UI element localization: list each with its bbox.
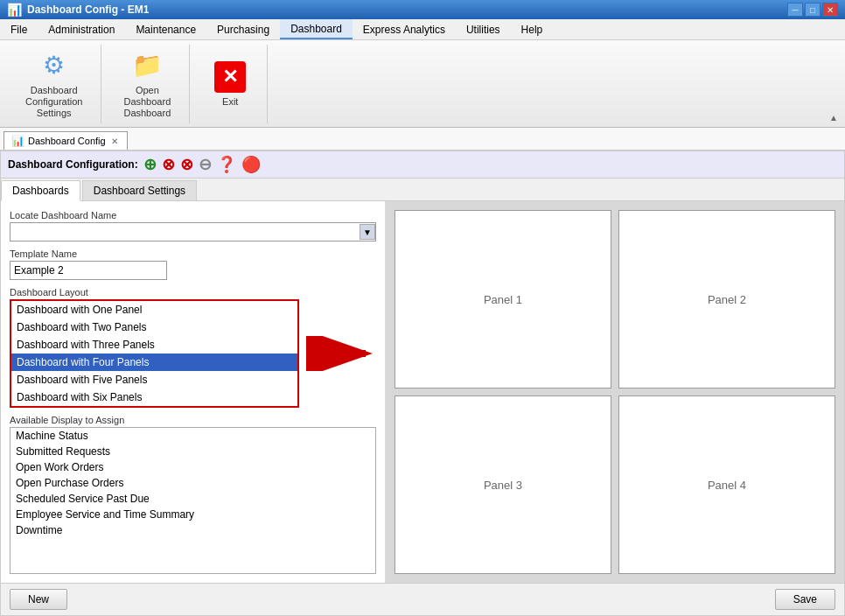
layout-item-six[interactable]: Dashboard with Six Panels [11,388,297,406]
locate-dashboard-dropdown-arrow[interactable]: ▼ [360,224,375,240]
menu-item-maintenance[interactable]: Maintenance [125,19,206,39]
avail-item-open-work-orders[interactable]: Open Work Orders [10,459,375,475]
exit-icon: ✕ [213,60,248,94]
minus-icon[interactable]: ⊖ [199,155,212,174]
avail-item-employee-service[interactable]: Employee Service and Time Summary [10,507,375,522]
menu-item-dashboard[interactable]: Dashboard [280,19,353,39]
tab-dashboards[interactable]: Dashboards [1,180,80,201]
window-controls: ─ □ ✕ [787,3,838,17]
close-button[interactable]: ✕ [822,3,838,17]
ribbon-group-open: 📁 OpenDashboardDashboard [105,45,190,123]
layout-item-four[interactable]: Dashboard with Four Panels [11,354,297,371]
tab-dashboard-settings[interactable]: Dashboard Settings [82,180,197,200]
panel-3-label: Panel 3 [484,479,522,492]
maximize-button[interactable]: □ [805,3,821,17]
ribbon: ⚙ DashboardConfigurationSettings 📁 OpenD… [0,40,845,128]
menu-bar: FileAdministrationMaintenancePurchasingD… [0,19,845,40]
open-dashboard-label: OpenDashboardDashboard [123,85,171,120]
title-icon: 📊 [7,3,22,17]
menu-item-utilities[interactable]: Utilities [456,19,511,39]
doc-tab-dashboard-config[interactable]: 📊 Dashboard Config ✕ [3,131,128,150]
layout-item-two[interactable]: Dashboard with Two Panels [11,318,297,336]
panel-1: Panel 1 [395,210,611,388]
window-title: Dashboard Config - EM1 [27,4,149,16]
layout-item-five[interactable]: Dashboard with Five Panels [11,371,297,388]
layout-list: Dashboard with One Panel Dashboard with … [10,299,299,408]
title-bar: 📊 Dashboard Config - EM1 ─ □ ✕ [0,0,845,19]
avail-item-submitted-requests[interactable]: Submitted Requests [10,444,375,459]
cancel-icon[interactable]: ⊗ [162,155,175,174]
left-panel: Locate Dashboard Name ▼ Template Name Da… [1,201,386,583]
save-button[interactable]: Save [775,589,835,610]
minimize-button[interactable]: ─ [787,3,803,17]
ribbon-group-dashboard: ⚙ DashboardConfigurationSettings [7,45,101,123]
layout-item-one[interactable]: Dashboard with One Panel [11,301,297,318]
tab-area: 📊 Dashboard Config ✕ [0,128,845,150]
bottom-bar: New Save [1,583,844,615]
dashboard-layout-section: Dashboard Layout Dashboard with One Pane… [10,287,376,408]
panel-1-label: Panel 1 [484,293,522,306]
panel-4: Panel 4 [618,396,835,574]
template-name-label: Template Name [10,248,376,259]
doc-tab-label: Dashboard Config [28,136,106,146]
panel-2: Panel 2 [618,210,835,388]
panel-3: Panel 3 [395,396,611,574]
exit-button[interactable]: ✕ Exit [204,55,256,112]
layout-item-three[interactable]: Dashboard with Three Panels [11,336,297,354]
template-name-section: Template Name [10,248,376,280]
dashboard-config-label: DashboardConfigurationSettings [25,85,82,120]
menu-item-administration[interactable]: Administration [38,19,125,39]
avail-item-open-purchase-orders[interactable]: Open Purchase Orders [10,475,375,491]
ribbon-group-exit: ✕ Exit [193,45,268,123]
avail-item-machine-status[interactable]: Machine Status [10,428,375,444]
dashboard-config-button[interactable]: ⚙ DashboardConfigurationSettings [17,44,90,124]
new-button[interactable]: New [10,589,67,610]
available-display-section: Available Display to Assign Machine Stat… [10,415,376,574]
content-tabs: Dashboards Dashboard Settings [1,178,844,201]
available-display-list: Machine Status Submitted Requests Open W… [10,427,376,574]
config-header-label: Dashboard Configuration: [8,158,138,171]
menu-item-file[interactable]: File [0,19,38,39]
content-body: Locate Dashboard Name ▼ Template Name Da… [1,201,844,583]
menu-item-express-analytics[interactable]: Express Analytics [353,19,456,39]
locate-dashboard-section: Locate Dashboard Name ▼ [10,210,376,242]
close-red-icon[interactable]: 🔴 [241,155,261,174]
available-display-label: Available Display to Assign [10,415,376,425]
locate-dashboard-input[interactable] [10,223,360,241]
gear-icon: ⚙ [37,48,72,83]
right-panel: Panel 1 Panel 2 Panel 3 Panel 4 [386,201,844,583]
doc-tab-close[interactable]: ✕ [109,136,120,146]
locate-dashboard-label: Locate Dashboard Name [10,210,376,220]
open-dashboard-button[interactable]: 📁 OpenDashboardDashboard [115,44,178,124]
menu-item-purchasing[interactable]: Purchasing [206,19,280,39]
avail-item-downtime[interactable]: Downtime [10,522,375,538]
config-header: Dashboard Configuration: ⊕ ⊗ ⊗ ⊖ ❓ 🔴 [1,151,844,178]
exit-label: Exit [222,96,238,108]
add-icon[interactable]: ⊕ [143,155,157,174]
menu-item-help[interactable]: Help [511,19,554,39]
panel-4-label: Panel 4 [708,479,746,492]
folder-icon: 📁 [129,48,164,83]
doc-tab-icon: 📊 [11,135,24,147]
main-content: Dashboard Configuration: ⊕ ⊗ ⊗ ⊖ ❓ 🔴 Das… [0,150,845,616]
help-icon[interactable]: ❓ [217,155,236,174]
avail-item-scheduled-service[interactable]: Scheduled Service Past Due [10,491,375,507]
delete-icon[interactable]: ⊗ [180,155,193,174]
panel-2-label: Panel 2 [708,293,746,306]
red-arrow [306,336,376,371]
template-name-input[interactable] [10,261,167,280]
dashboard-layout-label: Dashboard Layout [10,287,376,298]
ribbon-collapse-icon[interactable]: ▲ [829,113,838,122]
